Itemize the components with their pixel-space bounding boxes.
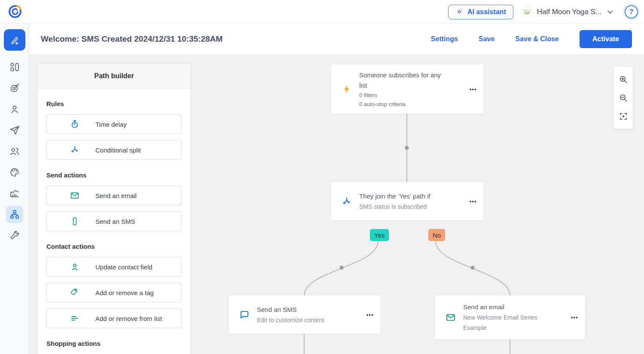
section-label-contact-actions: Contact actions: [46, 243, 182, 250]
path-builder-panel: Path builder Rules Time delay: [38, 64, 190, 354]
conditional-split-icon: [70, 145, 80, 155]
sidebar-item-audience[interactable]: [6, 143, 23, 160]
email-envelope-icon: [70, 190, 80, 201]
path-builder-title: Path builder: [38, 64, 190, 88]
canvas-zoom-controls: [613, 67, 633, 129]
trigger-filters: 0 filters: [359, 91, 450, 100]
sms-phone-icon: [70, 216, 80, 226]
compose-plus-icon: [9, 35, 20, 46]
builder-item-add-remove-list[interactable]: Add or remove from list: [46, 308, 182, 328]
help-button[interactable]: ?: [625, 5, 638, 18]
activate-button[interactable]: Activate: [580, 30, 632, 48]
sidebar-item-contacts[interactable]: [6, 101, 23, 118]
save-link[interactable]: Save: [479, 35, 494, 43]
add-step-dot[interactable]: [405, 146, 409, 150]
settings-link[interactable]: Settings: [431, 35, 458, 43]
avatar-text: Half Moon: [523, 9, 531, 11]
conditional-split-node[interactable]: They join the ‘Yes’ path if SMS status i…: [331, 182, 484, 220]
builder-item-update-contact-field[interactable]: Update contact field: [46, 257, 182, 277]
chevron-down-icon: [606, 8, 614, 16]
help-icon: ?: [629, 8, 634, 16]
recenter-button[interactable]: [617, 110, 630, 123]
send-sms-node[interactable]: Send an SMS Edit to customize content ••…: [229, 296, 381, 334]
sms-node-subtitle: Edit to customize content: [257, 315, 324, 325]
app-window: AI assistant Half Moon Half Moon Yoga S.…: [0, 0, 644, 354]
ai-assistant-label: AI assistant: [467, 8, 506, 16]
section-label-rules: Rules: [46, 100, 182, 107]
chat-bubble-icon: [238, 309, 250, 320]
account-menu[interactable]: Half Moon Half Moon Yoga S...: [521, 6, 614, 18]
half-moon-logo-icon: [524, 12, 530, 15]
node-menu-button[interactable]: •••: [470, 86, 477, 92]
builder-item-add-remove-tag[interactable]: Add or remove a tag: [46, 283, 182, 302]
builder-item-label: Time delay: [95, 121, 127, 128]
reporting-chart-icon: [9, 188, 20, 199]
dashboard-icon: [9, 61, 20, 73]
contact-icon: [9, 104, 20, 115]
node-menu-button[interactable]: •••: [366, 312, 374, 318]
section-label-send-actions: Send actions: [46, 171, 182, 179]
account-name: Half Moon Yoga S...: [537, 8, 601, 16]
no-path-badge: No: [428, 229, 445, 241]
trigger-title: Someone subscribes for any list: [359, 70, 450, 91]
sidebar-item-goals[interactable]: [6, 79, 23, 97]
node-menu-button[interactable]: •••: [571, 314, 578, 320]
sidebar-item-design[interactable]: [6, 164, 23, 181]
automation-canvas[interactable]: Path builder Rules Time delay: [29, 55, 644, 354]
builder-item-label: Update contact field: [95, 263, 153, 271]
automation-sitemap-icon: [9, 209, 20, 220]
zoom-out-icon: [618, 93, 629, 103]
add-step-dot[interactable]: [340, 266, 344, 270]
builder-item-send-email[interactable]: Send an email: [46, 186, 182, 205]
email-node-title: Send an email: [463, 302, 555, 312]
builder-item-conditional-split[interactable]: Conditional split: [46, 140, 182, 160]
ai-assistant-button[interactable]: AI assistant: [448, 5, 513, 19]
trigger-node[interactable]: Someone subscribes for any list 0 filter…: [331, 64, 484, 114]
campaign-header: Welcome: SMS Created 2024/12/31 10:35:28…: [29, 24, 644, 55]
top-bar: AI assistant Half Moon Half Moon Yoga S.…: [0, 0, 644, 24]
sidebar-item-tools[interactable]: [6, 227, 23, 244]
zoom-in-button[interactable]: [617, 73, 630, 86]
builder-item-time-delay[interactable]: Time delay: [46, 114, 182, 134]
builder-item-send-sms[interactable]: Send an SMS: [46, 211, 182, 231]
left-nav-rail: [0, 24, 29, 354]
builder-item-label: Send an email: [95, 192, 137, 199]
create-campaign-button[interactable]: [4, 29, 25, 51]
builder-item-label: Send an SMS: [95, 218, 135, 225]
email-node-subtitle: New Welcome Email Series Example: [463, 312, 555, 333]
save-close-link[interactable]: Save & Close: [515, 35, 559, 43]
sidebar-item-automation[interactable]: [6, 206, 23, 223]
email-envelope-icon: [445, 312, 457, 323]
list-lines-icon: [70, 313, 80, 323]
sms-node-title: Send an SMS: [257, 305, 324, 315]
send-email-node[interactable]: Send an email New Welcome Email Series E…: [435, 296, 585, 339]
builder-item-label: Conditional split: [95, 146, 141, 154]
sparkle-icon: [455, 8, 464, 16]
node-menu-button[interactable]: •••: [470, 198, 477, 204]
sidebar-item-campaigns[interactable]: [6, 122, 23, 139]
campaign-title: Welcome: SMS Created 2024/12/31 10:35:28…: [41, 34, 223, 44]
stopwatch-icon: [70, 119, 80, 129]
builder-item-label: Add or remove from list: [95, 315, 162, 322]
design-palette-icon: [9, 167, 20, 178]
brand-logo-icon: [7, 3, 23, 20]
account-avatar: Half Moon: [521, 6, 533, 18]
trigger-autostop: 0 auto-stop criteria: [359, 100, 450, 109]
yes-path-badge: Yes: [370, 229, 389, 241]
zoom-out-button[interactable]: [617, 92, 630, 104]
sidebar-item-reporting[interactable]: [6, 185, 23, 202]
tag-icon: [70, 287, 80, 298]
recenter-icon: [618, 111, 629, 122]
sidebar-item-dashboard[interactable]: [6, 58, 23, 76]
add-step-dot[interactable]: [471, 266, 475, 270]
lightning-bolt-icon: [341, 84, 353, 95]
split-subtitle: SMS status is subscribed: [359, 201, 430, 212]
tools-wrench-icon: [9, 230, 20, 241]
goal-target-icon: [9, 82, 20, 94]
builder-item-label: Add or remove a tag: [95, 289, 154, 296]
zoom-in-icon: [618, 74, 629, 85]
audience-icon: [9, 146, 20, 157]
conditional-split-icon: [341, 196, 353, 207]
brand-logo[interactable]: [7, 3, 23, 20]
send-plane-icon: [9, 125, 20, 136]
